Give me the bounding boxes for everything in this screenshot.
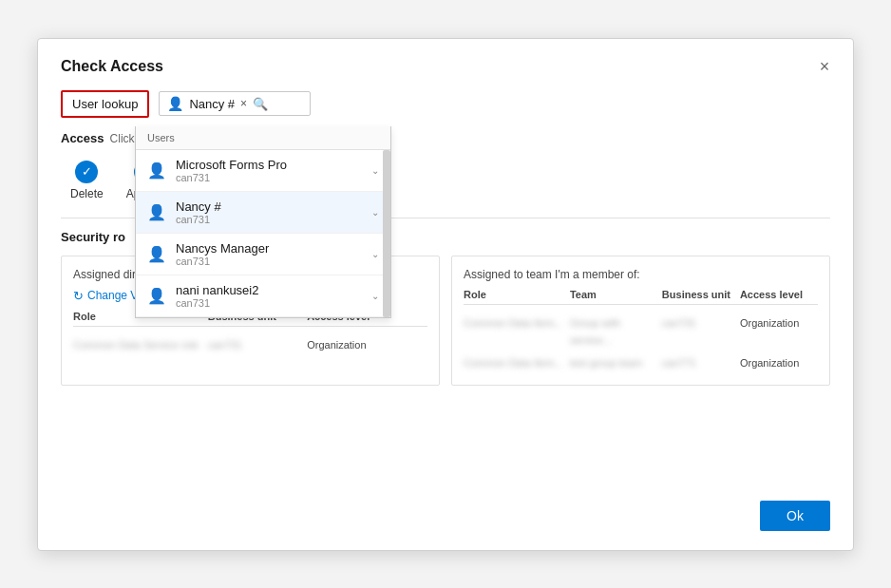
chevron-down-icon: ⌄ (371, 291, 379, 301)
avatar-icon: 👤 (147, 161, 166, 180)
list-item[interactable]: 👤 Microsoft Forms Pro can731 ⌄ (136, 150, 390, 192)
list-item[interactable]: 👤 nani nankusei2 can731 ⌄ (136, 275, 390, 317)
item-name: Microsoft Forms Pro (176, 158, 287, 172)
col-header-team: Team (570, 289, 662, 300)
list-item[interactable]: 👤 Nancy # can731 ⌄ (136, 192, 390, 234)
assigned-to-team-panel: Assigned to team I'm a member of: Role T… (451, 256, 830, 386)
table-row: Common Data Item... test group team can7… (464, 351, 818, 373)
person-icon: 👤 (167, 96, 183, 111)
lookup-input-container[interactable]: 👤 Nancy # × 🔍 (159, 91, 311, 116)
lookup-clear-button[interactable]: × (240, 97, 247, 110)
cell-role: Common Data Service role (73, 339, 199, 351)
dropdown-header: Users (136, 126, 390, 150)
list-item[interactable]: 👤 Nancys Manager can731 ⌄ (136, 234, 390, 275)
item-name: Nancy # (176, 199, 221, 214)
col-header-bu: Business unit (662, 289, 740, 300)
panel-right-header: Assigned to team I'm a member of: (464, 268, 818, 281)
lookup-search-icon[interactable]: 🔍 (253, 97, 268, 111)
item-sub: can731 (176, 214, 221, 225)
cell-role: Common Data Item... (464, 317, 563, 329)
item-name: nani nankusei2 (176, 283, 258, 297)
refresh-icon: ↻ (73, 289, 84, 303)
cell-bu: can771 (662, 357, 696, 369)
cell-team: test group team (570, 357, 642, 369)
item-sub: can731 (176, 172, 287, 183)
avatar-icon: 👤 (147, 245, 166, 263)
close-button[interactable]: × (811, 54, 838, 81)
col-header-al: Access level (740, 289, 818, 300)
table-row: Common Data Item... Group with service..… (464, 311, 818, 351)
access-label: Access (61, 131, 104, 145)
user-dropdown: Users 👤 Microsoft Forms Pro can731 ⌄ 👤 N… (135, 126, 391, 318)
table-row: Common Data Service role can731 Organiza… (73, 332, 427, 355)
avatar-icon: 👤 (147, 287, 166, 305)
col-header-role: Role (464, 289, 570, 300)
table-header: Role Team Business unit Access level (464, 289, 818, 305)
user-lookup-label: User lookup (61, 90, 149, 118)
lookup-value: Nancy # (189, 97, 235, 111)
chevron-down-icon: ⌄ (371, 165, 379, 176)
dropdown-scrollbar[interactable] (383, 150, 390, 317)
dialog-title: Check Access (61, 58, 830, 75)
perm-label: Delete (70, 187, 104, 200)
perm-delete: ✓ Delete (70, 161, 104, 200)
avatar-icon: 👤 (147, 203, 166, 221)
cell-role: Common Data Item... (464, 357, 563, 369)
check-icon: ✓ (75, 161, 98, 183)
item-name: Nancys Manager (176, 241, 269, 256)
cell-team: Group with service... (570, 317, 620, 346)
cell-al: Organization (740, 317, 799, 329)
item-sub: can731 (176, 256, 269, 267)
cell-bu: can731 (662, 317, 696, 329)
cell-al: Organization (740, 357, 799, 369)
item-sub: can731 (176, 297, 258, 309)
check-access-dialog: Check Access × User lookup 👤 Nancy # × 🔍… (37, 38, 854, 551)
chevron-down-icon: ⌄ (371, 249, 379, 259)
ok-button[interactable]: Ok (760, 501, 830, 531)
cell-bu: can731 (208, 339, 242, 351)
chevron-down-icon: ⌄ (371, 207, 379, 218)
cell-al: Organization (307, 339, 366, 351)
lookup-row: User lookup 👤 Nancy # × 🔍 Users 👤 Micros… (61, 90, 830, 118)
